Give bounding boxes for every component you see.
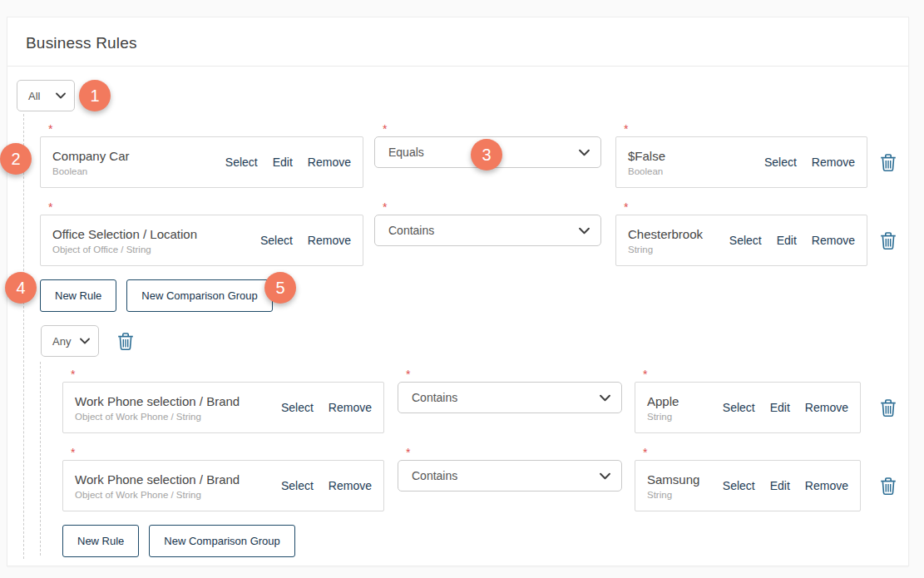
- select-link[interactable]: Select: [723, 401, 755, 414]
- select-link[interactable]: Select: [723, 479, 755, 492]
- operator-value: Contains: [412, 469, 457, 482]
- operator-select[interactable]: Contains: [398, 382, 622, 413]
- new-rule-button[interactable]: New Rule: [62, 525, 139, 557]
- value-actions: Select Edit Remove: [723, 479, 848, 492]
- value-type: Boolean: [628, 166, 754, 176]
- value-titles: Apple String: [647, 394, 713, 422]
- required-asterisk: *: [624, 201, 867, 214]
- field-title: Work Phone selection / Brand: [75, 472, 271, 487]
- value-title: Samsung: [647, 472, 713, 487]
- remove-link[interactable]: Remove: [812, 156, 855, 169]
- operator-select[interactable]: Contains: [374, 215, 601, 246]
- rule-row: * Work Phone selection / Brand Object of…: [62, 447, 908, 511]
- edit-link[interactable]: Edit: [273, 156, 293, 169]
- field-box: Company Car Boolean Select Edit Remove: [40, 136, 363, 188]
- trash-icon: [880, 398, 897, 417]
- remove-link[interactable]: Remove: [329, 479, 372, 492]
- select-link[interactable]: Select: [764, 156, 797, 169]
- delete-rule-wrap: [880, 460, 897, 511]
- chevron-down-icon: [600, 394, 610, 402]
- delete-rule-button[interactable]: [880, 153, 897, 171]
- delete-rule-button[interactable]: [880, 231, 897, 249]
- delete-rule-wrap: [880, 215, 897, 266]
- remove-link[interactable]: Remove: [308, 156, 351, 169]
- field-column: * Work Phone selection / Brand Object of…: [62, 368, 384, 433]
- required-asterisk: *: [624, 123, 867, 136]
- required-asterisk: *: [643, 447, 861, 459]
- group-logic-row: All 1: [17, 80, 908, 111]
- trash-icon: [880, 231, 897, 249]
- required-asterisk: *: [71, 447, 384, 459]
- field-type: Object of Work Phone / String: [75, 490, 271, 500]
- group-connector-line: [23, 114, 24, 559]
- remove-link[interactable]: Remove: [805, 401, 848, 414]
- field-type: Boolean: [52, 166, 215, 176]
- rule-row: * Office Selection / Location Object of …: [40, 201, 908, 266]
- edit-link[interactable]: Edit: [777, 234, 797, 247]
- trash-icon: [117, 332, 134, 350]
- delete-group-button[interactable]: [117, 332, 134, 350]
- remove-link[interactable]: Remove: [329, 401, 372, 414]
- edit-link[interactable]: Edit: [770, 401, 790, 414]
- value-title: Chesterbrook: [628, 227, 719, 241]
- select-link[interactable]: Select: [260, 234, 293, 247]
- business-rules-card: Business Rules 2 3 4 5 All 1 * Com: [7, 17, 909, 566]
- value-column: * Chesterbrook String Select Edit Remove: [615, 201, 867, 266]
- new-comparison-group-button[interactable]: New Comparison Group: [126, 279, 272, 312]
- select-link[interactable]: Select: [281, 401, 314, 414]
- value-box: Apple String Select Edit Remove: [635, 382, 861, 433]
- field-actions: Select Edit Remove: [225, 156, 351, 169]
- value-title: Apple: [647, 394, 713, 408]
- field-actions: Select Remove: [281, 479, 372, 492]
- required-asterisk: *: [48, 123, 363, 136]
- edit-link[interactable]: Edit: [770, 479, 790, 492]
- chevron-down-icon: [56, 92, 66, 99]
- value-titles: Chesterbrook String: [628, 227, 719, 254]
- remove-link[interactable]: Remove: [308, 234, 351, 247]
- trash-icon: [880, 477, 897, 495]
- callout-badge-1: 1: [79, 80, 111, 111]
- required-asterisk: *: [71, 368, 384, 381]
- field-actions: Select Remove: [260, 234, 351, 247]
- value-actions: Select Edit Remove: [729, 234, 855, 247]
- select-link[interactable]: Select: [225, 156, 258, 169]
- value-type: String: [628, 245, 719, 254]
- field-column: * Office Selection / Location Object of …: [40, 201, 363, 266]
- required-asterisk: *: [383, 201, 601, 214]
- new-rule-button[interactable]: New Rule: [40, 279, 116, 312]
- rules-container: * Company Car Boolean Select Edit Remove: [40, 123, 908, 557]
- remove-link[interactable]: Remove: [812, 234, 855, 247]
- value-column: * Apple String Select Edit Remove: [635, 368, 861, 433]
- value-type: String: [647, 412, 713, 422]
- callout-badge-5: 5: [264, 272, 296, 304]
- delete-rule-wrap: [880, 136, 897, 188]
- field-column: * Work Phone selection / Brand Object of…: [62, 447, 384, 511]
- operator-column: * Contains: [374, 201, 601, 246]
- field-titles: Work Phone selection / Brand Object of W…: [75, 394, 271, 422]
- callout-badge-2: 2: [0, 143, 32, 175]
- chevron-down-icon: [579, 227, 590, 235]
- delete-rule-button[interactable]: [880, 398, 897, 417]
- value-column: * $False Boolean Select Remove: [615, 123, 867, 188]
- select-link[interactable]: Select: [281, 479, 314, 492]
- field-titles: Office Selection / Location Object of Of…: [52, 227, 250, 254]
- new-comparison-group-button[interactable]: New Comparison Group: [149, 525, 294, 557]
- nested-comparison-group: Any * Work Phone selec: [40, 325, 908, 557]
- nested-group-logic-row: Any: [41, 325, 908, 357]
- remove-link[interactable]: Remove: [805, 479, 848, 492]
- nested-group-logic-select[interactable]: Any: [41, 325, 99, 357]
- group-logic-select[interactable]: All: [17, 80, 75, 111]
- operator-value: Contains: [412, 391, 457, 404]
- required-asterisk: *: [383, 123, 601, 136]
- page-title: Business Rules: [26, 34, 890, 52]
- field-title: Office Selection / Location: [52, 227, 250, 241]
- select-link[interactable]: Select: [729, 234, 762, 247]
- delete-rule-wrap: [880, 382, 897, 433]
- delete-rule-button[interactable]: [880, 477, 897, 495]
- field-column: * Company Car Boolean Select Edit Remove: [40, 123, 363, 188]
- value-box: Samsung String Select Edit Remove: [635, 460, 861, 511]
- callout-badge-3: 3: [471, 139, 502, 170]
- field-box: Office Selection / Location Object of Of…: [40, 215, 363, 266]
- operator-select[interactable]: Contains: [398, 460, 622, 492]
- field-titles: Work Phone selection / Brand Object of W…: [75, 472, 271, 500]
